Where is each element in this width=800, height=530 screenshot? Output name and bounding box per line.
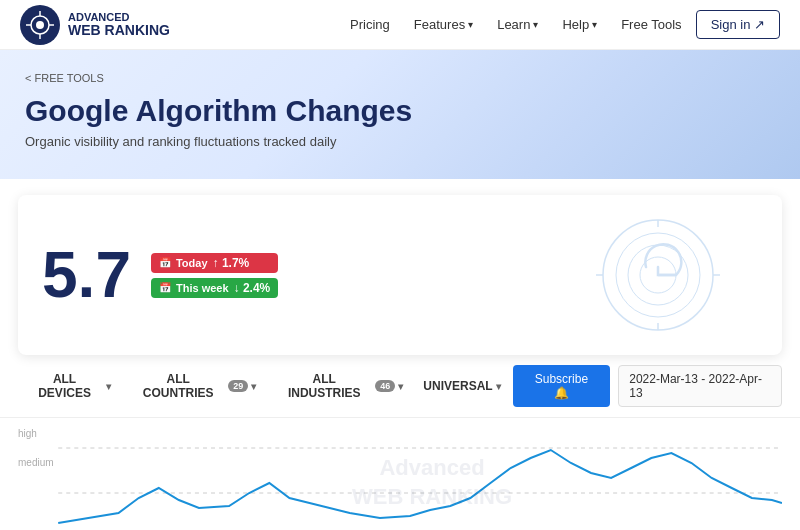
google-icon-decoration [558, 215, 758, 335]
date-range: 2022-Mar-13 - 2022-Apr-13 [618, 365, 782, 407]
hero-section: < FREE TOOLS Google Algorithm Changes Or… [0, 50, 800, 179]
nav-features[interactable]: Features [404, 11, 483, 38]
week-label: This week [176, 282, 229, 294]
nav-pricing[interactable]: Pricing [340, 11, 400, 38]
score-value: 5.7 [42, 243, 131, 307]
today-badge: 📅 Today ↑ 1.7% [151, 253, 278, 273]
logo: Advanced WEB RANKING [20, 5, 170, 45]
filter-industries[interactable]: ALL INDUSTRIES 46 [268, 367, 411, 405]
score-badges: 📅 Today ↑ 1.7% 📅 This week ↓ 2.4% [151, 253, 278, 298]
nav-help[interactable]: Help [552, 11, 607, 38]
nav-links: Pricing Features Learn Help Free Tools S… [340, 10, 780, 39]
navbar: Advanced WEB RANKING Pricing Features Le… [0, 0, 800, 50]
week-badge: 📅 This week ↓ 2.4% [151, 278, 278, 298]
chart-area: high medium Advanced WEB RANKING [0, 418, 800, 530]
chart-medium-label: medium [18, 457, 54, 468]
today-label: Today [176, 257, 208, 269]
countries-count: 29 [228, 380, 248, 392]
chart-high-label: high [18, 428, 54, 439]
filter-devices[interactable]: ALL DEVICES [18, 367, 119, 405]
score-card: 5.7 📅 Today ↑ 1.7% 📅 This week ↓ 2.4% [18, 195, 782, 355]
page-subtitle: Organic visibility and ranking fluctuati… [25, 134, 775, 149]
filters-bar: ALL DEVICES ALL COUNTRIES 29 ALL INDUSTR… [0, 355, 800, 418]
subscribe-button[interactable]: Subscribe 🔔 [513, 365, 611, 407]
nav-free-tools[interactable]: Free Tools [611, 11, 691, 38]
logo-line2: WEB RANKING [68, 23, 170, 38]
score-left: 5.7 📅 Today ↑ 1.7% 📅 This week ↓ 2.4% [42, 243, 278, 307]
today-value: ↑ 1.7% [213, 256, 250, 270]
logo-text: Advanced WEB RANKING [68, 11, 170, 38]
breadcrumb[interactable]: < FREE TOOLS [25, 72, 775, 84]
logo-icon [20, 5, 60, 45]
filter-universal[interactable]: UNIVERSAL [415, 374, 508, 398]
filters-right: Subscribe 🔔 2022-Mar-13 - 2022-Apr-13 [513, 365, 782, 407]
calendar2-icon: 📅 [159, 282, 171, 293]
line-chart [18, 428, 782, 530]
filter-countries[interactable]: ALL COUNTRIES 29 [123, 367, 264, 405]
chart-labels: high medium [18, 428, 54, 468]
signin-button[interactable]: Sign in ↗ [696, 10, 780, 39]
breadcrumb-link[interactable]: < FREE TOOLS [25, 72, 104, 84]
nav-learn[interactable]: Learn [487, 11, 548, 38]
svg-point-2 [36, 21, 44, 29]
score-decoration [558, 215, 758, 335]
calendar-icon: 📅 [159, 257, 171, 268]
page-title: Google Algorithm Changes [25, 94, 775, 128]
week-value: ↓ 2.4% [234, 281, 271, 295]
industries-count: 46 [375, 380, 395, 392]
